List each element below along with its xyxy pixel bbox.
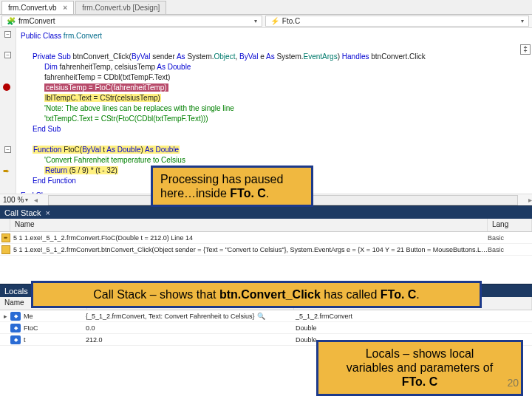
callstack-header: Name Lang — [0, 219, 532, 232]
variable-icon: ◆ — [10, 335, 21, 344]
tab-label: frm.Convert.vb — [8, 4, 57, 12]
member-nav-bar: 🧩 frmConvert ▾ ⚡ Fto.C ▾ — [0, 15, 532, 28]
callstack-rows: ➨ 5 1 1.exe!_5_1_2.frmConvert.FtoC(Doubl… — [0, 232, 532, 284]
close-icon[interactable]: × — [63, 4, 67, 12]
current-line-arrow-icon: ➨ — [3, 166, 10, 176]
chevron-down-icon: ▾ — [521, 18, 524, 24]
class-dropdown[interactable]: 🧩 frmConvert ▾ — [1, 16, 262, 27]
tab-frmconvert-design[interactable]: frm.Convert.vb [Design] — [75, 1, 166, 14]
magnifier-icon[interactable]: 🔍 — [257, 313, 265, 320]
col-lang[interactable]: Lang — [488, 219, 532, 231]
scroll-right-icon[interactable]: ▸ — [528, 195, 532, 205]
callstack-row[interactable]: 5 1 1.exe!_5_1_2.frmConvert.btnConvert_C… — [0, 244, 532, 256]
breakpoint-icon[interactable] — [3, 83, 10, 91]
class-name: frmConvert — [18, 17, 55, 25]
editor-gutter: − − − ➨ — [0, 28, 16, 205]
object-icon: ◆ — [10, 312, 21, 321]
document-tabs: frm.Convert.vb × frm.Convert.vb [Design] — [0, 0, 532, 15]
callstack-panel-title: Call Stack × — [0, 205, 532, 219]
close-icon[interactable]: × — [46, 208, 50, 217]
callstack-row[interactable]: ➨ 5 1 1.exe!_5_1_2.frmConvert.FtoC(Doubl… — [0, 232, 532, 244]
zoom-level[interactable]: 100 % — [3, 195, 24, 205]
arrow-current-icon: ➨ — [1, 233, 10, 242]
scroll-left-icon[interactable]: ◂ — [34, 195, 38, 205]
slide-number: 20 — [507, 377, 519, 389]
method-name: Fto.C — [282, 17, 300, 25]
fold-toggle[interactable]: − — [4, 31, 11, 38]
method-dropdown[interactable]: ⚡ Fto.C ▾ — [265, 16, 529, 27]
callout-locals: Locals – shows local variables and param… — [316, 340, 523, 396]
method-icon: ⚡ — [270, 17, 279, 25]
fold-toggle[interactable]: − — [4, 52, 11, 58]
frame-icon — [1, 245, 10, 254]
split-toggle[interactable]: ‡ — [520, 44, 531, 55]
class-icon: 🧩 — [7, 17, 16, 25]
expand-icon[interactable]: ▸ — [0, 313, 10, 320]
callout-callstack: Call Stack – shows that btn.Convert_Clic… — [31, 281, 482, 308]
tab-frmconvert-vb[interactable]: frm.Convert.vb × — [1, 1, 74, 14]
chevron-down-icon: ▾ — [254, 18, 257, 24]
locals-row[interactable]: ◆ FtoC 0.0 Double — [0, 322, 532, 334]
locals-row[interactable]: ▸ ◆ Me {_5_1_2.frmConvert, Text: Convert… — [0, 310, 532, 322]
variable-icon: ◆ — [10, 324, 21, 332]
col-name[interactable]: Name — [10, 219, 488, 231]
selected-line: celsiusTemp = FtoC(fahrenheitTemp) — [44, 83, 168, 92]
callout-processing-paused: Processing has paused here…inside FTo. C… — [151, 166, 313, 207]
fold-toggle[interactable]: − — [4, 146, 11, 153]
tab-label: frm.Convert.vb [Design] — [82, 4, 160, 12]
chevron-down-icon[interactable]: ▾ — [25, 195, 28, 205]
